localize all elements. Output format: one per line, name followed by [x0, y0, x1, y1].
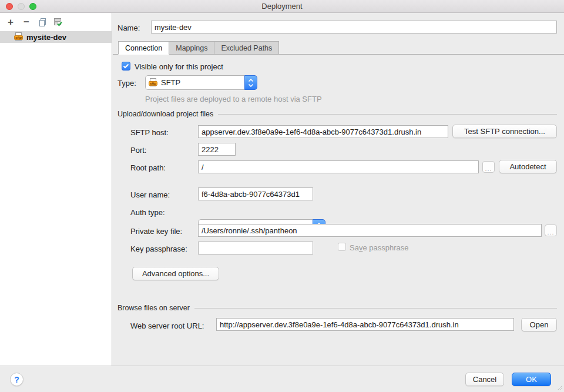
type-label: Type:: [118, 79, 136, 88]
server-list-sidebar: + − sftp: [0, 13, 112, 366]
tab-mappings[interactable]: Mappings: [169, 41, 214, 55]
minimize-window-button: [18, 3, 25, 10]
private-key-browse-button[interactable]: ...: [545, 225, 557, 236]
type-value: SFTP: [161, 78, 257, 87]
name-input[interactable]: [151, 21, 557, 33]
root-path-input[interactable]: [198, 160, 479, 173]
advanced-options-button[interactable]: Advanced options...: [132, 267, 219, 280]
private-key-input[interactable]: [198, 224, 542, 237]
copy-server-icon[interactable]: [37, 17, 48, 28]
type-help-text: Project files are deployed to a remote h…: [145, 95, 322, 103]
port-input[interactable]: [198, 143, 236, 156]
name-label: Name:: [118, 24, 140, 32]
window-title: Deployment: [0, 0, 564, 12]
help-button[interactable]: ?: [10, 373, 24, 386]
dialog-footer: ? Cancel OK: [0, 366, 564, 392]
dropdown-stepper-icon[interactable]: [244, 75, 257, 90]
tab-bar: Connection Mappings Excluded Paths: [119, 41, 279, 55]
checklist-icon: [53, 18, 63, 27]
port-label: Port:: [130, 146, 146, 155]
root-path-label: Root path:: [130, 163, 166, 172]
key-passphrase-label: Key passphrase:: [130, 244, 187, 253]
save-passphrase-label: Save passphrase: [350, 243, 408, 252]
cancel-button[interactable]: Cancel: [465, 373, 504, 386]
copy-icon: [38, 18, 47, 27]
web-root-input[interactable]: [216, 318, 514, 331]
save-passphrase-checkbox: [338, 243, 346, 251]
deployment-dialog: Deployment + −: [0, 0, 564, 392]
server-list-item-mysite-dev[interactable]: sftp mysite-dev: [0, 31, 112, 43]
remove-server-button[interactable]: −: [21, 17, 32, 28]
sftp-type-icon: sftp: [149, 78, 158, 88]
ok-button[interactable]: OK: [512, 373, 551, 386]
sftp-host-input[interactable]: [198, 125, 448, 138]
type-dropdown[interactable]: sftp SFTP: [145, 75, 257, 90]
tab-excluded-paths[interactable]: Excluded Paths: [214, 41, 279, 55]
section-upload-download: Upload/download project files: [118, 110, 557, 118]
private-key-label: Private key file:: [130, 227, 182, 236]
close-window-button[interactable]: [6, 3, 13, 10]
tab-connection[interactable]: Connection: [118, 41, 169, 55]
web-root-label: Web server root URL:: [130, 321, 204, 330]
sidebar-toolbar: + −: [0, 16, 63, 29]
user-name-label: User name:: [130, 190, 170, 199]
visible-only-label: Visible only for this project: [135, 62, 223, 71]
resize-grip[interactable]: [555, 383, 563, 391]
key-passphrase-input[interactable]: [198, 242, 313, 254]
server-item-label: mysite-dev: [26, 33, 66, 42]
sftp-file-icon: sftp: [14, 32, 24, 42]
zoom-window-button[interactable]: [29, 3, 36, 10]
use-as-default-button[interactable]: [53, 17, 63, 28]
open-button[interactable]: Open: [521, 318, 557, 331]
user-name-input[interactable]: [198, 187, 313, 200]
add-server-button[interactable]: +: [5, 17, 16, 28]
autodetect-button[interactable]: Autodetect: [499, 160, 557, 173]
check-icon: [123, 63, 129, 69]
title-bar[interactable]: Deployment: [0, 0, 564, 13]
auth-type-label: Auth type:: [130, 208, 165, 217]
root-path-browse-button[interactable]: ...: [482, 161, 495, 173]
visible-only-checkbox[interactable]: [122, 62, 130, 71]
sftp-host-label: SFTP host:: [130, 128, 169, 137]
test-sftp-connection-button[interactable]: Test SFTP connection...: [452, 125, 557, 138]
section-browse-files: Browse files on server: [118, 304, 557, 312]
